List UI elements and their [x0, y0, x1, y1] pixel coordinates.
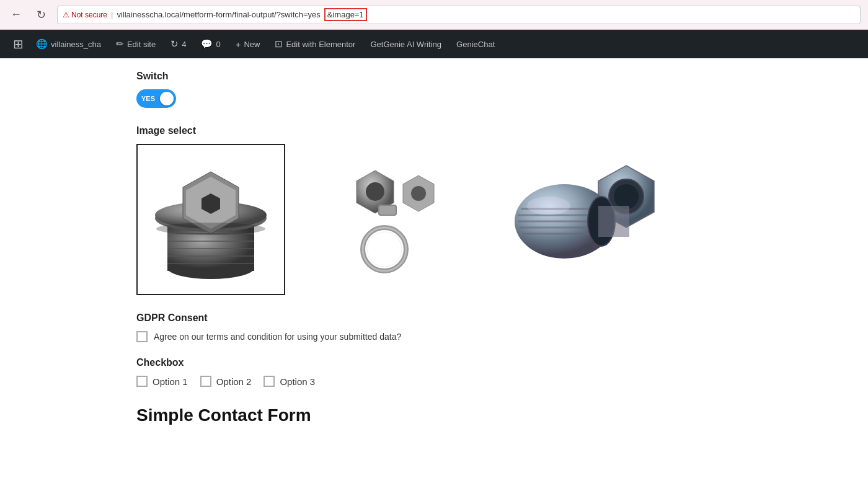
svg-point-24	[614, 184, 639, 209]
checkbox-section: Checkbox Option 1 Option 2 Option 3	[136, 357, 843, 387]
gdpr-checkbox[interactable]	[136, 331, 148, 342]
page-content: Switch YES Image select	[0, 58, 868, 438]
gdpr-text: Agree on our terms and condition for usi…	[154, 332, 401, 342]
svg-point-14	[366, 182, 384, 201]
checkbox-1[interactable]	[136, 376, 148, 387]
image-option-3[interactable]	[502, 147, 676, 292]
comments-icon: 💬	[201, 38, 213, 50]
checkbox-section-label: Checkbox	[136, 357, 843, 368]
parts-svg-2	[322, 147, 446, 290]
url-separator: |	[111, 10, 113, 19]
gdpr-section: GDPR Consent Agree on our terms and cond…	[136, 312, 843, 342]
not-secure-indicator: ⚠ Not secure	[63, 11, 107, 19]
address-bar[interactable]: ⚠ Not secure | villainesscha.local/metfo…	[57, 6, 861, 24]
wp-geniechat[interactable]: GenieChat	[450, 36, 501, 53]
checkbox-label-2: Option 2	[216, 376, 252, 387]
svg-rect-33	[598, 206, 629, 237]
switch-container: YES	[136, 89, 843, 108]
new-icon: +	[236, 39, 241, 50]
svg-point-21	[367, 232, 402, 267]
contact-form-title: Simple Contact Form	[136, 405, 843, 425]
wp-getgenie[interactable]: GetGenie AI Writing	[364, 36, 448, 53]
checkbox-label-1: Option 1	[153, 376, 188, 387]
wp-edit-site[interactable]: ✏ Edit site	[110, 35, 162, 53]
svg-point-16	[411, 186, 426, 201]
checkbox-2[interactable]	[200, 376, 211, 387]
svg-point-12	[156, 223, 265, 235]
gdpr-row: Agree on our terms and condition for usi…	[136, 331, 843, 342]
url-highlight-text: &image=1	[324, 8, 367, 21]
wp-new[interactable]: + New	[229, 35, 267, 53]
toggle-knob	[160, 92, 174, 105]
wp-site-name[interactable]: 🌐 villainess_cha	[30, 35, 107, 53]
url-base-text: villainesscha.local/metform-form/final-o…	[117, 10, 320, 19]
image-option-2[interactable]	[322, 147, 446, 292]
browser-address-bar: ← ↻ ⚠ Not secure | villainesscha.local/m…	[0, 0, 868, 30]
wp-elementor[interactable]: ⊡ Edit with Elementor	[268, 35, 361, 53]
image-select-images	[136, 144, 843, 295]
checkbox-option-1[interactable]: Option 1	[136, 376, 188, 387]
edit-site-icon: ✏	[116, 38, 124, 50]
checkbox-options: Option 1 Option 2 Option 3	[136, 376, 843, 387]
checkbox-option-3[interactable]: Option 3	[264, 376, 315, 387]
toggle-switch[interactable]: YES	[136, 89, 176, 108]
wp-updates[interactable]: ↻ 4	[164, 35, 192, 53]
checkbox-label-3: Option 3	[280, 376, 315, 387]
refresh-button[interactable]: ↻	[32, 6, 50, 24]
svg-point-20	[363, 228, 406, 271]
checkbox-option-2[interactable]: Option 2	[200, 376, 252, 387]
svg-point-32	[527, 197, 570, 215]
back-button[interactable]: ←	[7, 6, 25, 24]
wp-logo-icon[interactable]: ⊞	[9, 35, 27, 53]
toggle-yes-label: YES	[141, 95, 155, 102]
image-option-1[interactable]	[136, 144, 285, 295]
updates-icon: ↻	[170, 38, 179, 50]
bolt-svg-1	[140, 147, 282, 290]
site-icon: 🌐	[36, 38, 48, 50]
wp-comments[interactable]: 💬 0	[195, 35, 226, 53]
image-select-label: Image select	[136, 125, 843, 136]
elementor-icon: ⊡	[275, 38, 283, 50]
image-select-section: Image select	[136, 125, 843, 295]
gdpr-label: GDPR Consent	[136, 312, 843, 324]
checkbox-3[interactable]	[264, 376, 275, 387]
wp-admin-bar: ⊞ 🌐 villainess_cha ✏ Edit site ↻ 4 💬 0 +…	[0, 30, 868, 58]
fitting-svg-3	[502, 147, 676, 290]
svg-rect-18	[379, 206, 396, 215]
switch-label: Switch	[136, 71, 843, 82]
